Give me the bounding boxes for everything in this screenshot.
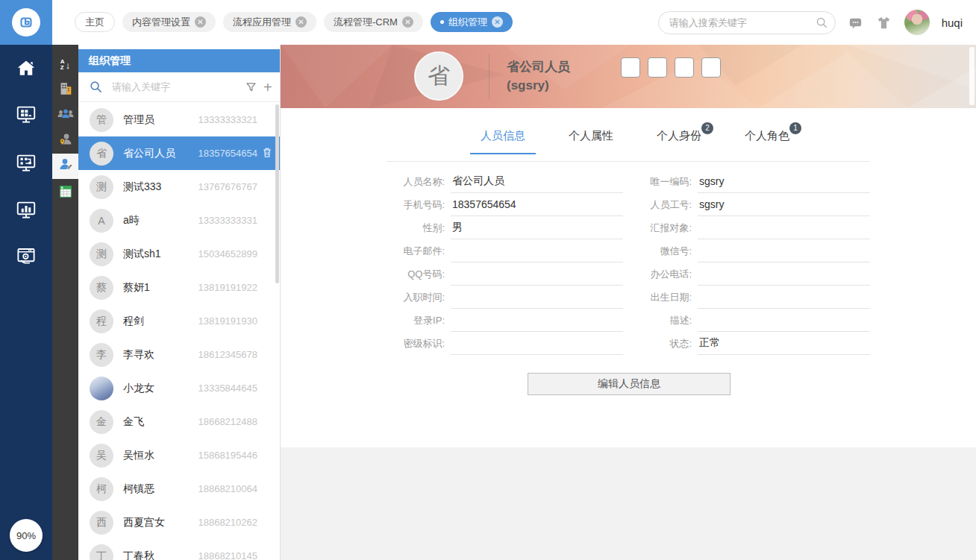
detail-tab[interactable]: 个人身份 2 [652,129,706,154]
person-list-item[interactable]: 省 省公司人员 18357654654 [78,136,280,170]
topbar-tab[interactable]: 主页 ✕ [75,12,115,32]
person-list-item[interactable]: 小 小龙女 13335844645 [78,371,280,405]
detail-tab[interactable]: 个人角色 1 [740,129,794,154]
detail-pane: 省 省公司人员 (sgsry) 人员信息 个人属性 [281,45,976,560]
person-avatar: 西 [90,511,113,535]
person-phone: 18668212488 [198,416,257,427]
person-list-item[interactable]: 吴 吴恒水 15868195446 [78,438,280,472]
field-label: 汇报对象: [634,221,692,235]
nav-home[interactable] [0,55,52,85]
field-value [698,216,870,239]
close-icon[interactable]: ✕ [295,16,307,28]
close-icon[interactable]: ✕ [195,16,206,28]
close-icon[interactable]: ✕ [492,16,503,28]
action-button[interactable] [675,57,694,78]
nav-workflow[interactable] [0,149,52,179]
person-avatar: 李 [90,343,113,367]
person-list-item[interactable]: 程 程剑 13819191930 [78,304,280,338]
person-name: 小龙女 [123,382,198,395]
person-list-item[interactable]: 西 西夏宫女 18868210262 [78,506,280,539]
people-list: 管 管理员 13333333321 省 省公司人员 18357654654 [78,103,280,560]
username[interactable]: huqi [942,16,963,29]
action-button[interactable] [701,57,721,78]
person-list-item[interactable]: 测 测试333 13767676767 [78,170,280,204]
person-avatar: 蔡 [90,276,113,300]
detail-avatar: 省 [414,51,463,101]
topbar-right: huqi [658,10,963,35]
zoom-level-badge[interactable]: 90% [10,519,43,552]
org-structure-button[interactable] [52,78,78,103]
app-logo[interactable] [0,0,52,45]
topbar-tab[interactable]: 流程应用管理 ✕ [223,12,316,32]
main-scrollbar[interactable] [969,47,975,105]
edit-person-button[interactable]: 编辑人员信息 [528,373,731,395]
close-icon[interactable]: ✕ [402,16,413,28]
plus-icon[interactable]: + [263,80,272,95]
person-list-item[interactable]: 金 金飞 18668212488 [78,405,280,438]
field-value: 省公司人员 [451,170,623,193]
app-window: 主页 ✕ 内容管理设置 ✕ 流程应用管理 ✕ 流程管理-CRM ✕ 组织管理 [0,0,976,560]
user-location-button[interactable] [52,128,78,154]
logo-spiral-icon [12,8,40,37]
building-icon [57,81,74,100]
list-scrollbar[interactable] [275,104,279,283]
detail-tab[interactable]: 人员信息 [476,129,530,154]
person-list-item[interactable]: 测 测试sh1 15034652899 [78,237,280,271]
org-search-input[interactable] [110,81,245,93]
form-field: 手机号码: 18357654654 [387,193,623,216]
person-list-item[interactable]: 柯 柯镇恶 18868210064 [78,472,280,506]
person-avatar: 测 [90,175,113,199]
field-value: 男 [451,216,623,239]
person-avatar: 小 [90,377,113,400]
form-column-right: 唯一编码: sgsry 人员工号: sgsry 汇报对象: 微信号: [634,170,870,355]
field-label: 人员名称: [387,175,445,189]
trash-icon[interactable] [261,147,273,162]
field-label: 出生日期: [634,291,692,304]
field-value [698,239,870,262]
user-table-button[interactable] [52,180,78,206]
banner-actions [621,57,721,78]
nav-reports[interactable] [0,196,52,226]
form-field: 办公电话: [634,262,870,286]
person-phone: 13767676767 [198,181,257,192]
action-button[interactable] [621,57,640,78]
topbar-tab[interactable]: 组织管理 ✕ [431,12,513,32]
filter-icon[interactable] [245,80,257,95]
shirt-icon[interactable] [876,14,892,31]
person-list-item[interactable]: 蔡 蔡妍1 13819191922 [78,271,280,304]
user-edit-button-active[interactable] [52,154,78,179]
topbar-tab[interactable]: 内容管理设置 ✕ [122,12,216,32]
person-phone: 18868210262 [198,517,257,528]
field-label: 入职时间: [387,291,445,304]
field-value [451,309,623,332]
person-pin-icon [57,130,75,151]
message-icon[interactable] [848,14,864,31]
person-avatar: A [90,209,113,233]
detail-content: 人员信息 个人属性 个人身份 2 个人角色 1 [281,108,976,447]
count-badge: 2 [701,122,713,134]
topbar-tab[interactable]: 流程管理-CRM ✕ [324,12,423,32]
user-groups-button[interactable] [52,103,78,128]
action-button[interactable] [648,57,667,78]
person-phone: 13333333321 [198,114,257,125]
search-icon[interactable] [815,16,828,32]
field-label: 登录IP: [387,314,445,327]
spreadsheet-icon [57,183,74,203]
banner-divider [489,54,489,99]
person-list-item[interactable]: 李 李寻欢 18612345678 [78,338,280,371]
user-avatar[interactable] [904,10,930,35]
person-info-form: 人员名称: 省公司人员 手机号码: 18357654654 性别: 男 电子邮件… [387,170,870,355]
person-phone: 18612345678 [198,349,257,360]
form-field: 人员名称: 省公司人员 [387,170,623,193]
nav-applications[interactable] [0,101,52,130]
field-value [451,239,623,262]
person-list-item[interactable]: 丁 丁春秋 18868210145 [78,539,280,560]
field-label: 状态: [634,337,692,350]
person-name: 测试sh1 [123,248,198,261]
detail-tab[interactable]: 个人属性 [564,129,618,154]
global-search-input[interactable] [658,11,836,34]
sort-az-button[interactable]: AZ↓ [52,52,78,78]
person-list-item[interactable]: 管 管理员 13333333321 [78,103,280,136]
nav-services[interactable] [0,243,52,273]
person-list-item[interactable]: A a時 13333333331 [78,204,280,237]
